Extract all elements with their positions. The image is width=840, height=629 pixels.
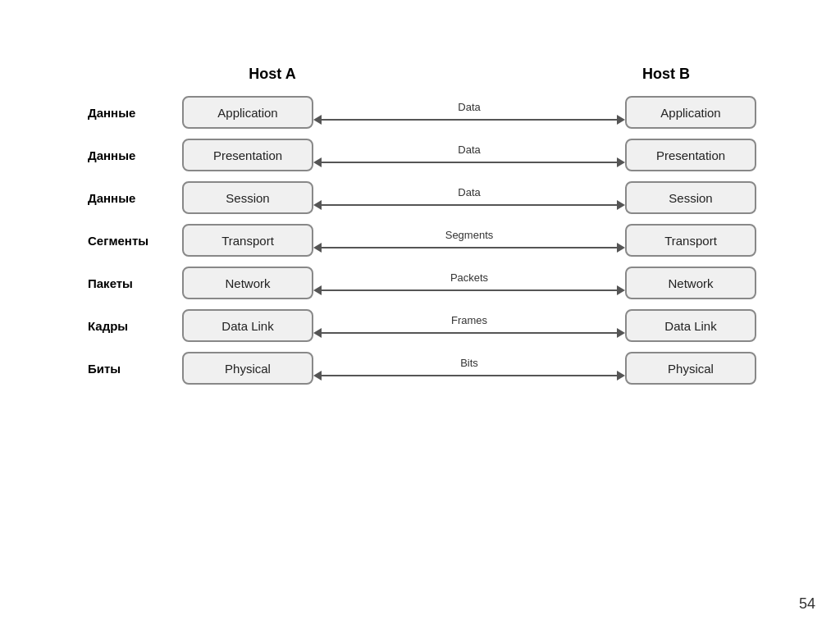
arrowhead-left-presentation bbox=[313, 157, 322, 167]
arrow-area-session: Data bbox=[313, 181, 625, 214]
arrowhead-right-presentation bbox=[617, 157, 625, 167]
left-labels: ДанныеДанныеДанныеСегментыПакетыКадрыБит… bbox=[84, 91, 182, 390]
arrow-shaft-physical bbox=[322, 375, 617, 376]
left-label-label-packets: Пакеты bbox=[84, 262, 182, 304]
arrowhead-right-transport bbox=[617, 243, 625, 253]
layer-box-a-network: Network bbox=[182, 267, 313, 299]
arrowhead-left-physical bbox=[313, 371, 322, 381]
layer-box-a-transport: Transport bbox=[182, 224, 313, 257]
layer-row-application: ApplicationDataApplication bbox=[182, 91, 756, 134]
arrow-label-application: Data bbox=[458, 101, 480, 113]
arrow-both-data-link bbox=[313, 328, 625, 338]
headers-row: Host A Host B bbox=[100, 66, 740, 83]
layer-box-a-application: Application bbox=[182, 96, 313, 129]
arrow-area-physical: Bits bbox=[313, 352, 625, 385]
arrowhead-right-physical bbox=[617, 371, 625, 381]
arrowhead-right-network bbox=[617, 285, 625, 295]
layer-box-b-data-link: Data Link bbox=[625, 309, 756, 342]
layer-box-b-session: Session bbox=[625, 181, 756, 214]
arrow-label-transport: Segments bbox=[445, 229, 494, 241]
arrow-both-transport bbox=[313, 243, 625, 253]
layer-box-a-physical: Physical bbox=[182, 352, 313, 385]
arrow-shaft-network bbox=[322, 289, 617, 291]
layer-box-b-presentation: Presentation bbox=[625, 139, 756, 171]
arrow-shaft-session bbox=[322, 204, 617, 206]
arrow-shaft-transport bbox=[322, 247, 617, 248]
arrow-both-physical bbox=[313, 371, 625, 381]
arrow-label-presentation: Data bbox=[458, 144, 480, 156]
layer-box-b-transport: Transport bbox=[625, 224, 756, 257]
arrow-area-transport: Segments bbox=[313, 224, 625, 257]
arrowhead-left-transport bbox=[313, 243, 322, 253]
arrow-label-data-link: Frames bbox=[451, 314, 487, 326]
host-a-label: Host A bbox=[199, 66, 346, 83]
arrow-area-application: Data bbox=[313, 96, 625, 129]
host-b-label: Host B bbox=[592, 66, 740, 83]
left-label-label-data-3: Данные bbox=[84, 176, 182, 219]
left-label-label-frames: Кадры bbox=[84, 304, 182, 347]
arrow-shaft-presentation bbox=[322, 162, 617, 163]
arrow-area-data-link: Frames bbox=[313, 309, 625, 342]
main-container: Host A Host B ДанныеДанныеДанныеСегменты… bbox=[0, 66, 840, 390]
arrow-label-network: Packets bbox=[450, 271, 488, 284]
page-number: 54 bbox=[799, 595, 815, 613]
layer-box-b-network: Network bbox=[625, 267, 756, 299]
layer-box-b-physical: Physical bbox=[625, 352, 756, 385]
layer-box-a-data-link: Data Link bbox=[182, 309, 313, 342]
layer-row-physical: PhysicalBitsPhysical bbox=[182, 347, 756, 390]
layer-box-a-session: Session bbox=[182, 181, 313, 214]
left-label-label-bits: Биты bbox=[84, 347, 182, 390]
layer-box-b-application: Application bbox=[625, 96, 756, 129]
arrow-both-session bbox=[313, 200, 625, 210]
left-label-label-data-2: Данные bbox=[84, 134, 182, 176]
arrowhead-left-session bbox=[313, 200, 322, 210]
layer-row-network: NetworkPacketsNetwork bbox=[182, 262, 756, 304]
arrow-shaft-application bbox=[322, 119, 617, 121]
arrowhead-left-data-link bbox=[313, 328, 322, 338]
layer-row-data-link: Data LinkFramesData Link bbox=[182, 304, 756, 347]
arrow-both-network bbox=[313, 285, 625, 295]
arrowhead-left-network bbox=[313, 285, 322, 295]
arrow-both-presentation bbox=[313, 157, 625, 167]
arrowhead-right-data-link bbox=[617, 328, 625, 338]
layer-box-a-presentation: Presentation bbox=[182, 139, 313, 171]
diagram-area: ДанныеДанныеДанныеСегментыПакетыКадрыБит… bbox=[84, 91, 756, 390]
arrowhead-right-session bbox=[617, 200, 625, 210]
arrow-shaft-data-link bbox=[322, 332, 617, 334]
arrowhead-right-application bbox=[617, 115, 625, 125]
layers-block: ApplicationDataApplicationPresentationDa… bbox=[182, 91, 756, 390]
layer-row-presentation: PresentationDataPresentation bbox=[182, 134, 756, 176]
left-label-label-segments: Сегменты bbox=[84, 219, 182, 262]
arrow-both-application bbox=[313, 115, 625, 125]
arrow-area-network: Packets bbox=[313, 267, 625, 299]
left-label-label-data-1: Данные bbox=[84, 91, 182, 134]
arrow-area-presentation: Data bbox=[313, 139, 625, 171]
layer-row-transport: TransportSegmentsTransport bbox=[182, 219, 756, 262]
layer-row-session: SessionDataSession bbox=[182, 176, 756, 219]
arrowhead-left-application bbox=[313, 115, 322, 125]
arrow-label-session: Data bbox=[458, 186, 480, 198]
arrow-label-physical: Bits bbox=[460, 357, 478, 369]
